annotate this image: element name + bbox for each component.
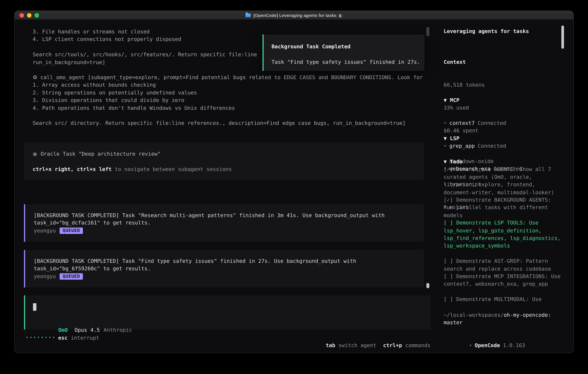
todo-section: ▼ Todo [✓] Demonstrate AGENTS: Show all … [444,158,563,303]
terminal-line [32,43,257,51]
version-line: •OpenCode1.0.163 [444,334,525,353]
input-agent-name: OmO [58,327,68,333]
tool-call-header: ⚙call_omo_agent [subagent_type=explore, … [32,73,423,81]
context-heading: Context [444,58,485,66]
session-title: Leveraging agents for tasks [444,27,529,35]
workspace-branch: master [444,320,462,325]
sidebar: Leveraging agents for tasks Context 66,5… [438,20,573,353]
desktop: [OpenCode] Leveraging agents for tasks ◐… [0,0,588,374]
toast-title: Background Task Completed [272,43,424,50]
traffic-lights [20,13,39,17]
message-author: yeongyu [34,228,56,233]
tool-call-header-text: call_omo_agent [subagent_type=explore, p… [40,74,423,80]
toast-body: Task "Find type safety issues" finished … [272,58,424,66]
bullet-icon: • [469,342,472,348]
oracle-title: Oracle Task "Deep architecture review" [41,151,161,157]
message-author: yeongyu [34,273,56,279]
terminal-line: 3. File handles or streams not closed [32,28,257,35]
esc-key: esc [58,335,68,341]
message-line: [BACKGROUND TASK COMPLETED] Task "Resear… [34,211,424,219]
message-footer: yeongyuQUEUED [34,272,424,280]
oracle-hint-line: ctrl+x right, ctrl+x left to navigate be… [32,165,424,173]
conversation-top-lines: 3. File handles or streams not closed 4.… [32,28,257,66]
close-button[interactable] [20,13,24,17]
todo-item: [ ] Demonstrate AST-GREP: Pattern search… [444,257,563,273]
input-model-name: Opus 4.5 [74,327,100,333]
message-line: [BACKGROUND TASK COMPLETED] Task "Find t… [34,257,424,265]
terminal-line: 3. Division operations that could divide… [32,96,423,104]
message-line: task_id="bg_dcfac161" to get results. [34,219,424,227]
terminal-line: run_in_background=true] [32,58,257,66]
toast-spacer [272,50,424,58]
esc-hint: esc interrupt [58,334,99,342]
app-name: OpenCode [475,342,500,348]
main-scrollbar-segment[interactable] [426,27,430,36]
background-task-message: [BACKGROUND TASK COMPLETED] Task "Find t… [24,250,424,288]
todo-heading[interactable]: ▼ Todo [444,158,563,166]
keyboard-hints: tab switch agentctrl+p commands [307,334,430,342]
terminal-line: Search src/ directory. Return specific f… [32,119,423,127]
record-icon: ◉ [32,151,37,157]
moon-icon: ◐ [339,13,342,18]
workspace-dir: ~/local-workspaces/ [444,312,504,318]
prompt-input[interactable]: OmOOpus 4.5Anthropic [24,295,430,330]
todo-item: [ ] Demonstrate LSP TOOLS: Use lsp_hover… [444,219,563,250]
terminal-line: Search src/tools/, src/hooks/, src/featu… [32,51,257,58]
text-cursor [33,303,36,311]
queued-badge: QUEUED [60,273,83,280]
app-version: 1.0.163 [503,342,525,348]
spinner-dots: •••••••• [26,334,56,342]
window-title-text: [OpenCode] Leveraging agents for tasks [253,13,336,17]
ctrl-p-key: ctrl+p [383,342,402,348]
workspace-repo: oh-my-opencode: [504,312,551,318]
ctrl-p-label: commands [402,342,430,348]
todo-item: [ ] Demonstrate MULTIMODAL: Use [444,295,563,303]
oracle-spacer [32,158,424,165]
gear-icon: ⚙ [32,74,37,80]
terminal-line: 4. LSP client connections not properly d… [32,35,257,43]
folder-icon [246,13,251,17]
oracle-task-panel: ◉Oracle Task "Deep architecture review" … [24,143,424,180]
oracle-title-line: ◉Oracle Task "Deep architecture review" [32,150,424,158]
todo-item: [✓] Demonstrate AGENTS: Show all 7 curat… [444,166,563,196]
tool-call-block: ⚙call_omo_agent [subagent_type=explore, … [32,73,423,127]
mcp-heading[interactable]: ▼ MCP [444,96,522,104]
background-task-toast: Background Task Completed Task "Find typ… [262,34,424,71]
tab-key: tab [326,342,335,348]
oracle-shortcut-keys: ctrl+x right, ctrl+x left [32,166,112,172]
opencode-window: [OpenCode] Leveraging agents for tasks ◐… [15,11,573,353]
terminal-line: 4. Path operations that don't handle Win… [32,104,423,112]
todo-item: [✓] Demonstrate BACKGROUND AGENTS: Run p… [444,196,563,219]
zoom-button[interactable] [34,13,39,17]
window-title: [OpenCode] Leveraging agents for tasks ◐ [246,13,343,18]
input-provider-name: Anthropic [104,327,132,333]
todo-item: [ ] Demonstrate MCP INTEGRATIONS: Use co… [444,272,563,288]
lsp-heading[interactable]: ▼ LSP [444,135,494,142]
tab-label: switch agent [335,342,376,348]
terminal-line: 2. String operations on potentially unde… [32,89,423,96]
esc-label: interrupt [68,335,99,341]
titlebar: [OpenCode] Leveraging agents for tasks ◐ [15,11,573,20]
workspace-path: ~/local-workspaces/oh-my-opencode: maste… [444,311,563,326]
background-task-message: [BACKGROUND TASK COMPLETED] Task "Resear… [24,204,424,242]
main-scrollbar-thumb[interactable] [426,283,430,288]
oracle-shortcut-hint: to navigate between subagent sessions [112,166,232,172]
queued-badge: QUEUED [60,228,83,234]
message-line: task_id="bg_6f59260c" to get results. [34,265,424,272]
minimize-button[interactable] [27,13,32,17]
terminal-line: 1. Array access without bounds checking [32,81,423,89]
message-footer: yeongyuQUEUED [34,227,424,234]
terminal-line [32,112,423,119]
